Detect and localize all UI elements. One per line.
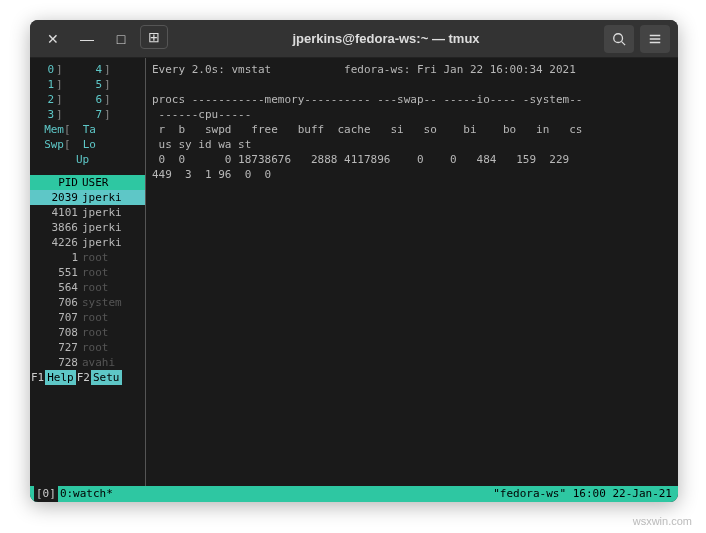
process-user: root xyxy=(82,325,109,340)
process-user: avahi xyxy=(82,355,115,370)
process-pid: 728 xyxy=(32,355,78,370)
mem-row: Mem[Ta xyxy=(34,122,141,137)
process-pid: 564 xyxy=(32,280,78,295)
htop-process-header: PID USER xyxy=(30,175,145,190)
cpu-number: 4 xyxy=(82,62,102,77)
cpu-number: 7 xyxy=(82,107,102,122)
process-pid: 727 xyxy=(32,340,78,355)
titlebar-right xyxy=(604,25,670,53)
process-pid: 2039 xyxy=(32,190,78,205)
tmux-session-indicator: [0] xyxy=(34,486,58,502)
bracket: ] xyxy=(104,77,111,92)
cpu-meter-row: 1]5] xyxy=(34,77,141,92)
terminal-window: ✕ — □ ⊞ jperkins@fedora-ws:~ — tmux 0]4]… xyxy=(30,20,678,502)
close-button[interactable]: ✕ xyxy=(38,25,68,53)
tmux-pane-left[interactable]: 0]4]1]5]2]6]3]7] Mem[TaSwp[LoUp PID USER… xyxy=(30,58,146,486)
mem-value: Lo xyxy=(83,137,96,152)
menu-button[interactable] xyxy=(640,25,670,53)
col-pid: PID xyxy=(32,175,78,190)
tmux-statusbar: [0] 0:watch* "fedora-ws" 16:00 22-Jan-21 xyxy=(30,486,678,502)
bracket: ] xyxy=(56,92,63,107)
tmux-window-indicator: 0:watch* xyxy=(58,486,115,502)
search-icon xyxy=(612,32,626,46)
htop-cpu-meters: 0]4]1]5]2]6]3]7] xyxy=(30,62,145,122)
process-row[interactable]: 706system xyxy=(30,295,145,310)
process-pid: 706 xyxy=(32,295,78,310)
cpu-meter-row: 3]7] xyxy=(34,107,141,122)
minimize-button[interactable]: — xyxy=(72,25,102,53)
process-row[interactable]: 728avahi xyxy=(30,355,145,370)
maximize-button[interactable]: □ xyxy=(106,25,136,53)
titlebar-left: ✕ — □ ⊞ xyxy=(38,25,168,53)
process-row[interactable]: 3866jperki xyxy=(30,220,145,235)
process-user: jperki xyxy=(82,235,122,250)
cpu-number: 3 xyxy=(34,107,54,122)
process-user: root xyxy=(82,250,109,265)
fkey-number: F2 xyxy=(76,370,91,385)
htop-process-list[interactable]: 2039jperki4101jperki3866jperki4226jperki… xyxy=(30,190,145,370)
process-user: jperki xyxy=(82,190,122,205)
process-pid: 551 xyxy=(32,265,78,280)
tmux-pane-right[interactable]: Every 2.0s: vmstat fedora-ws: Fri Jan 22… xyxy=(146,58,678,486)
process-pid: 4226 xyxy=(32,235,78,250)
watermark-text: wsxwin.com xyxy=(633,515,692,527)
cpu-number: 5 xyxy=(82,77,102,92)
process-user: root xyxy=(82,310,109,325)
new-tab-button[interactable]: ⊞ xyxy=(140,25,168,49)
bracket: [ xyxy=(64,137,71,152)
process-row[interactable]: 708root xyxy=(30,325,145,340)
process-row[interactable]: 551root xyxy=(30,265,145,280)
mem-value: Ta xyxy=(83,122,96,137)
window-title: jperkins@fedora-ws:~ — tmux xyxy=(168,31,604,46)
process-row[interactable]: 707root xyxy=(30,310,145,325)
process-row[interactable]: 2039jperki xyxy=(30,190,145,205)
process-user: root xyxy=(82,340,109,355)
bracket: ] xyxy=(104,92,111,107)
bracket: ] xyxy=(104,62,111,77)
process-user: system xyxy=(82,295,122,310)
mem-label: Swp xyxy=(34,137,64,152)
bracket: [ xyxy=(64,122,71,137)
search-button[interactable] xyxy=(604,25,634,53)
cpu-meter-row: 2]6] xyxy=(34,92,141,107)
process-pid: 1 xyxy=(32,250,78,265)
htop-fkeys: F1HelpF2Setu xyxy=(30,370,145,385)
mem-row: Swp[Lo xyxy=(34,137,141,152)
process-user: root xyxy=(82,265,109,280)
cpu-meter-row: 0]4] xyxy=(34,62,141,77)
terminal-body: 0]4]1]5]2]6]3]7] Mem[TaSwp[LoUp PID USER… xyxy=(30,58,678,486)
process-row[interactable]: 4101jperki xyxy=(30,205,145,220)
fkey-label[interactable]: Help xyxy=(45,370,76,385)
titlebar: ✕ — □ ⊞ jperkins@fedora-ws:~ — tmux xyxy=(30,20,678,58)
process-user: root xyxy=(82,280,109,295)
fkey-number: F1 xyxy=(30,370,45,385)
process-row[interactable]: 4226jperki xyxy=(30,235,145,250)
bracket: ] xyxy=(56,62,63,77)
mem-label xyxy=(34,152,64,167)
col-user: USER xyxy=(82,175,109,190)
process-pid: 708 xyxy=(32,325,78,340)
svg-line-1 xyxy=(622,41,626,45)
tmux-status-right: "fedora-ws" 16:00 22-Jan-21 xyxy=(491,486,674,502)
htop-mem-info: Mem[TaSwp[LoUp xyxy=(30,122,145,167)
process-pid: 707 xyxy=(32,310,78,325)
cpu-number: 6 xyxy=(82,92,102,107)
bracket: ] xyxy=(56,107,63,122)
process-pid: 3866 xyxy=(32,220,78,235)
hamburger-icon xyxy=(648,32,662,46)
process-pid: 4101 xyxy=(32,205,78,220)
process-user: jperki xyxy=(82,205,122,220)
mem-label: Mem xyxy=(34,122,64,137)
cpu-number: 2 xyxy=(34,92,54,107)
process-user: jperki xyxy=(82,220,122,235)
process-row[interactable]: 564root xyxy=(30,280,145,295)
bracket: ] xyxy=(104,107,111,122)
mem-row: Up xyxy=(34,152,141,167)
cpu-number: 0 xyxy=(34,62,54,77)
process-row[interactable]: 1root xyxy=(30,250,145,265)
bracket: ] xyxy=(56,77,63,92)
fkey-label[interactable]: Setu xyxy=(91,370,122,385)
cpu-number: 1 xyxy=(34,77,54,92)
process-row[interactable]: 727root xyxy=(30,340,145,355)
svg-point-0 xyxy=(614,33,623,42)
